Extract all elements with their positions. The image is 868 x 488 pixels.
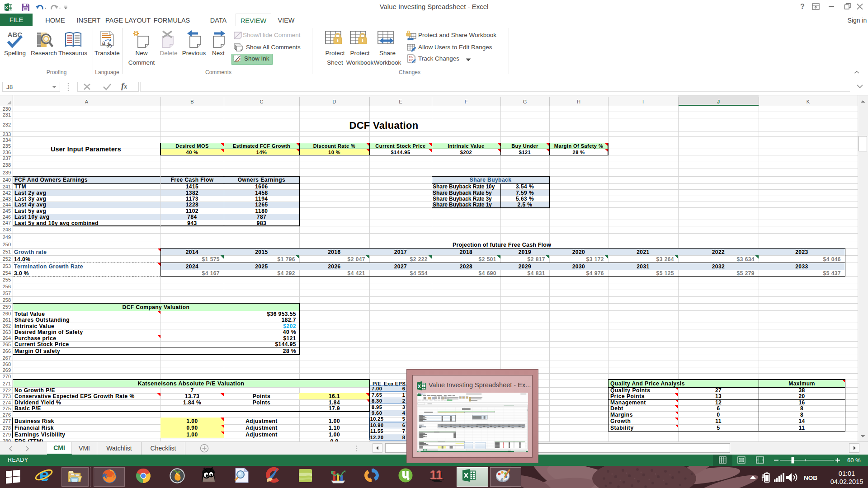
svg-text:$3 172: $3 172 bbox=[586, 256, 604, 263]
svg-text:Points: Points bbox=[253, 393, 270, 399]
svg-text:$4 167: $4 167 bbox=[202, 270, 220, 277]
svg-text:271: 271 bbox=[3, 381, 11, 386]
svg-text:$1 796: $1 796 bbox=[278, 256, 295, 263]
svg-text:Termination Growth Rate: Termination Growth Rate bbox=[14, 263, 83, 270]
svg-text:248: 248 bbox=[3, 227, 11, 232]
svg-text:2029: 2029 bbox=[519, 263, 532, 270]
svg-text:Debt: Debt bbox=[610, 405, 623, 412]
svg-text:278: 278 bbox=[3, 425, 11, 431]
svg-text:267: 267 bbox=[3, 355, 11, 361]
svg-text:40 %: 40 % bbox=[283, 329, 296, 335]
svg-text:No Growth P/E: No Growth P/E bbox=[14, 387, 55, 394]
svg-text:272: 272 bbox=[3, 388, 11, 393]
svg-text:User Input Parameters: User Input Parameters bbox=[51, 145, 121, 153]
svg-text:Maximum: Maximum bbox=[788, 380, 815, 387]
svg-text:10 %: 10 % bbox=[328, 150, 340, 155]
svg-text:あ: あ bbox=[106, 41, 112, 48]
svg-text:2018: 2018 bbox=[460, 249, 473, 255]
svg-text:260: 260 bbox=[3, 311, 11, 316]
svg-text:60 %: 60 % bbox=[847, 457, 861, 464]
svg-text:233: 233 bbox=[3, 131, 11, 137]
svg-text:242: 242 bbox=[3, 190, 11, 196]
svg-text:$5 125: $5 125 bbox=[656, 270, 674, 277]
svg-text:6: 6 bbox=[402, 422, 406, 428]
svg-text:TTM: TTM bbox=[14, 183, 26, 190]
svg-text:2027: 2027 bbox=[394, 263, 407, 270]
svg-text:e: e bbox=[39, 466, 49, 485]
svg-text:Free Cash Flow: Free Cash Flow bbox=[171, 177, 214, 183]
svg-text:Current Stock Price: Current Stock Price bbox=[375, 143, 425, 149]
svg-text:Total Value: Total Value bbox=[14, 311, 45, 317]
svg-text:Desired MOS: Desired MOS bbox=[175, 143, 208, 149]
svg-text:257: 257 bbox=[3, 291, 11, 296]
svg-text:12.20: 12.20 bbox=[370, 435, 384, 440]
svg-text:5: 5 bbox=[717, 425, 720, 431]
svg-text:16.1: 16.1 bbox=[329, 393, 340, 399]
svg-text:182.7: 182.7 bbox=[282, 317, 296, 323]
svg-text:FCF And Owners Earnings: FCF And Owners Earnings bbox=[14, 177, 88, 183]
svg-text:1102: 1102 bbox=[186, 208, 198, 214]
svg-text:1194: 1194 bbox=[255, 196, 268, 202]
svg-text:Intrinsic Value: Intrinsic Value bbox=[14, 323, 54, 329]
svg-text:239: 239 bbox=[3, 170, 11, 175]
svg-text:B: B bbox=[190, 99, 193, 104]
svg-text:$4 831: $4 831 bbox=[528, 270, 545, 277]
svg-text:$2 817: $2 817 bbox=[528, 256, 545, 263]
svg-text:13: 13 bbox=[715, 393, 722, 399]
svg-text:2017: 2017 bbox=[394, 249, 407, 255]
svg-text:Purchase price: Purchase price bbox=[14, 335, 56, 342]
svg-text:Adjustment: Adjustment bbox=[245, 425, 278, 431]
svg-text:Current Stock Price: Current Stock Price bbox=[14, 341, 69, 347]
svg-text:Last 3y avg: Last 3y avg bbox=[14, 196, 46, 202]
svg-text:236: 236 bbox=[3, 150, 11, 155]
svg-text:38: 38 bbox=[798, 387, 805, 394]
svg-text:17.9: 17.9 bbox=[329, 405, 340, 412]
svg-text:8.95: 8.95 bbox=[372, 404, 382, 410]
svg-text:1606: 1606 bbox=[255, 183, 268, 190]
svg-text:4: 4 bbox=[402, 410, 406, 416]
svg-text:7.65: 7.65 bbox=[372, 392, 382, 398]
svg-text:Basic P/E: Basic P/E bbox=[14, 405, 41, 412]
svg-text:Owners Earnings: Owners Earnings bbox=[238, 177, 285, 183]
svg-text:$4 421: $4 421 bbox=[348, 270, 365, 277]
svg-text:$5 437: $5 437 bbox=[823, 270, 841, 277]
svg-text:270: 270 bbox=[3, 374, 11, 379]
svg-text:1382: 1382 bbox=[186, 190, 199, 196]
svg-text:$4 292: $4 292 bbox=[278, 270, 295, 277]
svg-text:Share Buyback Rate 5y: Share Buyback Rate 5y bbox=[433, 190, 492, 196]
svg-text:2024: 2024 bbox=[186, 263, 199, 270]
svg-text:262: 262 bbox=[3, 323, 11, 328]
svg-text:$4 046: $4 046 bbox=[823, 256, 841, 263]
svg-text:279: 279 bbox=[3, 432, 11, 437]
svg-text:1.00: 1.00 bbox=[186, 418, 198, 424]
svg-text:Adjustment: Adjustment bbox=[245, 432, 278, 438]
svg-text:265: 265 bbox=[3, 342, 11, 347]
svg-text:a: a bbox=[102, 39, 105, 46]
svg-text:H: H bbox=[577, 99, 580, 104]
svg-text:12: 12 bbox=[715, 399, 722, 406]
svg-text:1.00: 1.00 bbox=[186, 432, 198, 438]
svg-text:243: 243 bbox=[3, 196, 11, 202]
svg-text:6: 6 bbox=[717, 405, 720, 412]
svg-text:Quality And Price Analysis: Quality And Price Analysis bbox=[610, 380, 685, 387]
svg-text:2016: 2016 bbox=[328, 249, 341, 255]
svg-text:27: 27 bbox=[715, 387, 722, 394]
svg-text:263: 263 bbox=[3, 329, 11, 335]
svg-text:Quality Points: Quality Points bbox=[610, 387, 650, 394]
svg-text:252: 252 bbox=[3, 256, 11, 262]
svg-text:2: 2 bbox=[402, 398, 406, 404]
svg-text:1.10: 1.10 bbox=[329, 425, 340, 431]
svg-text:247: 247 bbox=[3, 220, 11, 225]
svg-text:1173: 1173 bbox=[186, 196, 198, 202]
svg-text:10.90: 10.90 bbox=[370, 422, 384, 428]
svg-text:983: 983 bbox=[257, 220, 266, 226]
svg-text:$202: $202 bbox=[283, 323, 297, 329]
svg-text:3.54 %: 3.54 % bbox=[516, 183, 534, 190]
svg-text:8.30: 8.30 bbox=[372, 398, 382, 404]
svg-text:8: 8 bbox=[402, 435, 406, 440]
svg-text:2014: 2014 bbox=[186, 249, 199, 255]
svg-text:Share Buyback Rate 3y: Share Buyback Rate 3y bbox=[433, 196, 492, 202]
svg-text:7.00: 7.00 bbox=[372, 386, 382, 391]
svg-text:253: 253 bbox=[3, 263, 11, 269]
svg-text:Business Risk: Business Risk bbox=[14, 418, 54, 424]
